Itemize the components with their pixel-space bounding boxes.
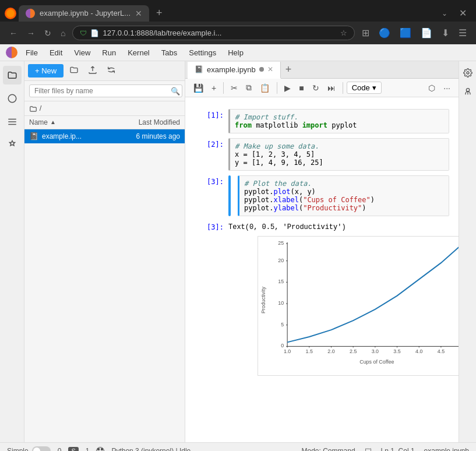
jupyter-menubar: File Edit View Run Kernel Tabs Settings …	[0, 44, 476, 61]
column-name-header[interactable]: Name ▲	[29, 118, 98, 126]
column-modified-header[interactable]: Last Modified	[98, 118, 180, 126]
cell-2-code[interactable]: # Make up some data. x = [1, 2, 3, 4, 5]…	[228, 138, 449, 171]
container-button[interactable]: 🟦	[397, 25, 414, 41]
tab-close-button[interactable]: ✕	[135, 9, 142, 18]
menu-button[interactable]: ☰	[456, 25, 469, 41]
cell-3-code[interactable]: # Plot the data. pyplot.plot(x, y) pyplo…	[238, 175, 449, 216]
active-cell-indicator	[228, 175, 231, 216]
kernel-label: Python 3 (ipykernel) | Idle	[111, 447, 191, 452]
output-cell: [3]: Text(0, 0.5, 'Productivity') 0	[195, 221, 449, 380]
tab-overflow-button[interactable]: ⌄	[437, 7, 452, 20]
grid-icon[interactable]	[96, 447, 104, 452]
svg-rect-42	[101, 448, 103, 450]
sync-button[interactable]: 🔵	[376, 25, 393, 41]
paste-button[interactable]: 📋	[256, 82, 273, 94]
main-layout: + New 🔍 / Name	[0, 61, 476, 442]
cell-2-content[interactable]: # Make up some data. x = [1, 2, 3, 4, 5]…	[228, 138, 449, 171]
settings-icon-button[interactable]	[461, 66, 475, 80]
shield-icon: 🛡	[80, 29, 87, 37]
file-item[interactable]: 📓 example.ip... 6 minutes ago	[24, 129, 185, 143]
sidebar-icon-running[interactable]	[3, 89, 22, 108]
svg-text:5: 5	[281, 322, 284, 327]
output-text: Text(0, 0.5, 'Productivity')	[228, 221, 459, 234]
notebook-tab[interactable]: 📓 example.ipynb ✕	[188, 62, 281, 79]
active-tab[interactable]: example.ipynb - JupyterL... ✕	[19, 5, 149, 22]
close-window-button[interactable]: ✕	[454, 5, 471, 21]
save-button[interactable]: 💾	[190, 82, 207, 94]
notebook-area: 📓 example.ipynb ✕ + 💾 + ✂ ⧉ 📋 ▶ ■ ↻ ⏭ Co…	[185, 61, 459, 442]
search-icon: 🔍	[171, 87, 180, 96]
cell-1-content[interactable]: # Import stuff. from matplotlib import p…	[228, 109, 449, 133]
svg-text:4.5: 4.5	[438, 348, 445, 354]
output-value: Text(0, 0.5, 'Productivity')	[228, 223, 346, 231]
notebook-toolbar: 💾 + ✂ ⧉ 📋 ▶ ■ ↻ ⏭ Code ▾ ⬡ ···	[185, 79, 459, 97]
restart-run-button[interactable]: ⏭	[324, 82, 339, 94]
status-right: Mode: Command 🛡 Ln 1, Col 1 example.ipyn…	[302, 447, 469, 452]
forward-button[interactable]: →	[24, 26, 37, 40]
chart-output: 0 5 10 15 20 25	[228, 234, 459, 380]
debug-icon-button[interactable]	[461, 84, 475, 98]
code-cell-2: [2]: # Make up some data. x = [1, 2, 3, …	[195, 138, 449, 171]
menu-help[interactable]: Help	[223, 46, 248, 59]
upload-button[interactable]	[84, 64, 101, 78]
code-cell-3: [3]: # Plot the data. pyplot.plot(x, y) …	[195, 175, 449, 216]
cell-type-selector[interactable]: Code ▾	[347, 82, 382, 94]
download-button[interactable]: ⬇	[439, 25, 452, 41]
svg-point-38	[467, 72, 469, 74]
cell-2-prompt: [2]:	[195, 138, 224, 171]
svg-point-0	[8, 94, 16, 103]
status-left: Simple 0 S 1 Python 3 (ipykernel) | Idle	[7, 446, 191, 452]
menu-edit[interactable]: Edit	[45, 46, 67, 59]
add-cell-button[interactable]: +	[208, 82, 220, 94]
new-folder-button[interactable]	[66, 64, 82, 78]
zero-indicator: 0	[58, 447, 62, 452]
menu-file[interactable]: File	[21, 46, 43, 59]
kernel-status-button[interactable]: ⬡	[425, 82, 439, 94]
profile-button[interactable]: 📄	[418, 25, 435, 41]
breadcrumb[interactable]: /	[29, 104, 41, 112]
address-input-field[interactable]: 🛡 📄 127.0.0.1:8888/lab/tree/example.i...…	[72, 26, 355, 40]
menu-tabs[interactable]: Tabs	[157, 46, 182, 59]
bookmark-icon[interactable]: ☆	[340, 29, 347, 37]
menu-kernel[interactable]: Kernel	[123, 46, 154, 59]
back-button[interactable]: ←	[7, 26, 20, 40]
cell-3-content[interactable]: # Plot the data. pyplot.plot(x, y) pyplo…	[238, 175, 449, 216]
more-options-button[interactable]: ···	[440, 82, 454, 94]
stop-button[interactable]: ■	[295, 82, 307, 94]
menu-view[interactable]: View	[69, 46, 95, 59]
lock-icon: 📄	[90, 29, 99, 37]
sort-arrow-icon: ▲	[50, 119, 56, 125]
search-input[interactable]	[29, 84, 182, 97]
copy-button[interactable]: ⧉	[242, 81, 255, 94]
breadcrumb-text: /	[40, 104, 42, 112]
svg-text:0: 0	[281, 343, 284, 348]
sidebar-icon-filebrowser[interactable]	[3, 66, 22, 84]
sidebar-icon-toc[interactable]	[3, 112, 22, 131]
reload-button[interactable]: ↻	[42, 26, 54, 40]
address-text[interactable]: 127.0.0.1:8888/lab/tree/example.i...	[103, 29, 337, 37]
svg-text:10: 10	[278, 300, 284, 306]
menu-settings[interactable]: Settings	[184, 46, 221, 59]
refresh-button[interactable]	[103, 64, 119, 78]
chart-svg: 0 5 10 15 20 25	[258, 236, 459, 376]
simple-mode-toggle[interactable]: Simple	[7, 446, 51, 452]
tab-favicon	[26, 9, 35, 18]
menu-run[interactable]: Run	[97, 46, 121, 59]
firefox-icon	[5, 8, 16, 19]
cut-button[interactable]: ✂	[227, 82, 241, 94]
restart-button[interactable]: ↻	[309, 82, 323, 94]
notebook-tab-close[interactable]: ✕	[267, 65, 273, 73]
new-file-button[interactable]: + New	[28, 64, 64, 77]
file-browser-toolbar: + New	[24, 61, 185, 81]
cell-1-code[interactable]: # Import stuff. from matplotlib import p…	[228, 109, 449, 133]
extensions-button[interactable]: ⊞	[359, 25, 372, 41]
code-comment-3: # Plot the data.	[244, 179, 312, 188]
toggle-track[interactable]	[32, 446, 51, 452]
new-tab-button[interactable]: +	[281, 61, 297, 78]
run-button[interactable]: ▶	[281, 82, 294, 94]
svg-text:1.0: 1.0	[284, 348, 291, 354]
home-button[interactable]: ⌂	[58, 26, 68, 40]
sidebar-icon-extensions[interactable]	[3, 136, 22, 154]
new-tab-button[interactable]: +	[151, 5, 167, 22]
tab-bar: example.ipynb - JupyterL... ✕ + ⌄ ✕	[0, 0, 476, 22]
